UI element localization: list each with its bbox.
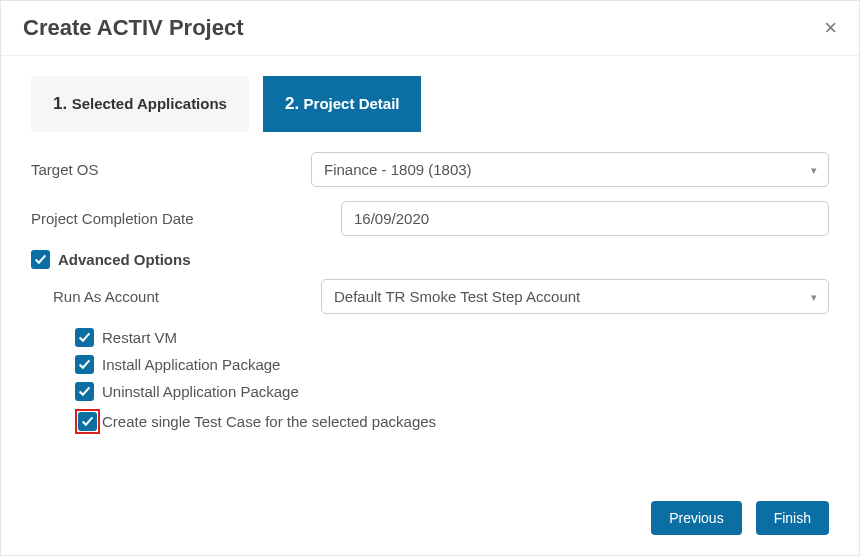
restart-vm-checkbox[interactable] <box>75 328 94 347</box>
restart-vm-row: Restart VM <box>31 328 829 347</box>
tab-project-detail[interactable]: 2. Project Detail <box>263 76 422 132</box>
tab-label: Project Detail <box>304 95 400 112</box>
highlight-annotation <box>75 409 100 434</box>
modal-footer: Previous Finish <box>1 501 859 555</box>
single-testcase-label: Create single Test Case for the selected… <box>102 413 436 430</box>
tab-selected-applications[interactable]: 1. Selected Applications <box>31 76 249 132</box>
modal-header: Create ACTIV Project × <box>1 1 859 56</box>
completion-date-input[interactable] <box>341 201 829 236</box>
single-testcase-checkbox[interactable] <box>78 412 97 431</box>
target-os-row: Target OS Finance - 1809 (1803) ▾ <box>31 152 829 187</box>
modal-title: Create ACTIV Project <box>23 15 243 41</box>
wizard-tabs: 1. Selected Applications 2. Project Deta… <box>1 56 859 142</box>
previous-button[interactable]: Previous <box>651 501 741 535</box>
check-icon <box>34 253 47 266</box>
form-area: Target OS Finance - 1809 (1803) ▾ Projec… <box>1 142 859 501</box>
restart-vm-label: Restart VM <box>102 329 177 346</box>
tab-label: Selected Applications <box>72 95 227 112</box>
uninstall-package-label: Uninstall Application Package <box>102 383 299 400</box>
completion-date-label: Project Completion Date <box>31 210 311 227</box>
install-package-label: Install Application Package <box>102 356 280 373</box>
run-as-row: Run As Account Default TR Smoke Test Ste… <box>31 279 829 314</box>
chevron-down-icon: ▾ <box>811 290 817 303</box>
close-button[interactable]: × <box>824 17 837 39</box>
run-as-label: Run As Account <box>31 288 321 305</box>
advanced-options-row: Advanced Options <box>31 250 829 269</box>
install-package-row: Install Application Package <box>31 355 829 374</box>
target-os-label: Target OS <box>31 161 311 178</box>
check-icon <box>81 415 94 428</box>
completion-date-row: Project Completion Date <box>31 201 829 236</box>
advanced-options-checkbox[interactable] <box>31 250 50 269</box>
finish-button[interactable]: Finish <box>756 501 829 535</box>
check-icon <box>78 331 91 344</box>
target-os-select[interactable]: Finance - 1809 (1803) ▾ <box>311 152 829 187</box>
advanced-options-label: Advanced Options <box>58 251 191 268</box>
tab-number: 1. <box>53 94 67 113</box>
single-testcase-row: Create single Test Case for the selected… <box>31 409 829 434</box>
run-as-select[interactable]: Default TR Smoke Test Step Account ▾ <box>321 279 829 314</box>
chevron-down-icon: ▾ <box>811 163 817 176</box>
uninstall-package-checkbox[interactable] <box>75 382 94 401</box>
run-as-value: Default TR Smoke Test Step Account <box>334 288 580 305</box>
check-icon <box>78 358 91 371</box>
target-os-value: Finance - 1809 (1803) <box>324 161 472 178</box>
tab-number: 2. <box>285 94 299 113</box>
uninstall-package-row: Uninstall Application Package <box>31 382 829 401</box>
check-icon <box>78 385 91 398</box>
create-activ-project-modal: Create ACTIV Project × 1. Selected Appli… <box>0 0 860 556</box>
install-package-checkbox[interactable] <box>75 355 94 374</box>
